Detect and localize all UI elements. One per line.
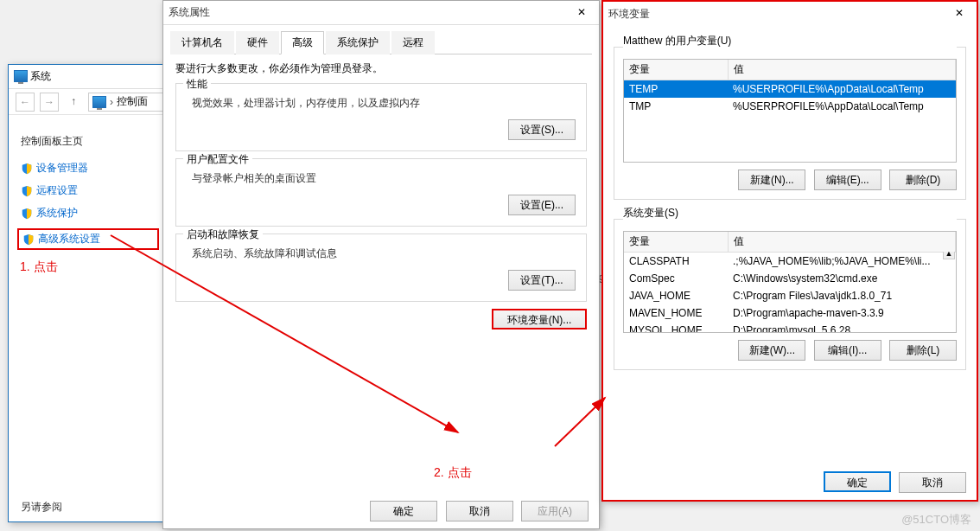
ev-footer: 确定 取消 xyxy=(818,471,966,493)
delete-user-button[interactable]: 删除(D) xyxy=(889,170,957,190)
new-user-button[interactable]: 新建(N)... xyxy=(738,170,805,190)
settings-t-button[interactable]: 设置(T)... xyxy=(508,270,576,291)
group-desc: 视觉效果，处理器计划，内存使用，以及虚拟内存 xyxy=(192,96,576,111)
cp-title: 系统 xyxy=(30,70,51,82)
col-var[interactable]: 变量 xyxy=(624,232,728,253)
nav-back-button[interactable]: ← xyxy=(16,93,35,112)
sys-vars-label: 系统变量(S) xyxy=(623,206,957,221)
group-desc: 系统启动、系统故障和调试信息 xyxy=(192,246,576,261)
sys-vars-section: 系统变量(S) ▲ 变量值 CLASSPATH.;%JAVA_HOME%\lib… xyxy=(614,219,966,370)
table-row[interactable]: TMP%USERPROFILE%\AppData\Local\Temp xyxy=(624,98,956,115)
col-val[interactable]: 值 xyxy=(728,60,956,80)
watermark: @51CTO博客 xyxy=(901,512,971,528)
delete-sys-button[interactable]: 删除(L) xyxy=(889,340,957,361)
shield-icon xyxy=(22,234,35,246)
tab-computer-name[interactable]: 计算机名 xyxy=(170,31,234,54)
annotation-1: 1. 点击 xyxy=(20,259,58,275)
sidebar-item-device-manager[interactable]: 设备管理器 xyxy=(21,161,159,176)
sp-footer: 确定 取消 应用(A) xyxy=(365,501,589,521)
group-desc: 与登录帐户相关的桌面设置 xyxy=(192,171,576,186)
env-vars-button[interactable]: 环境变量(N)... xyxy=(492,309,587,329)
col-val[interactable]: 值 xyxy=(728,232,956,253)
table-row[interactable]: ComSpecC:\Windows\system32\cmd.exe xyxy=(624,270,956,287)
edit-sys-button[interactable]: 编辑(I)... xyxy=(814,340,881,361)
sidebar-item-remote[interactable]: 远程设置 xyxy=(21,183,159,198)
sp-title: 系统属性 xyxy=(169,5,210,20)
sp-tabs: 计算机名 硬件 高级 系统保护 远程 xyxy=(170,30,592,54)
cancel-button[interactable]: 取消 xyxy=(899,472,966,493)
sidebar-item-advanced[interactable]: 高级系统设置 xyxy=(17,228,159,250)
close-icon[interactable]: ✕ xyxy=(570,4,594,22)
system-icon xyxy=(14,70,28,82)
group-performance: 性能 视觉效果，处理器计划，内存使用，以及虚拟内存 设置(S)... xyxy=(175,83,587,151)
table-row[interactable]: JAVA_HOMEC:\Program Files\Java\jdk1.8.0_… xyxy=(624,287,956,304)
sidebar: 控制面板主页 设备管理器 远程设置 系统保护 高级系统设置 xyxy=(21,134,159,258)
table-row[interactable]: CLASSPATH.;%JAVA_HOME%\lib;%JAVA_HOME%\l… xyxy=(624,253,956,271)
settings-e-button[interactable]: 设置(E)... xyxy=(508,195,576,215)
group-legend: 启动和故障恢复 xyxy=(183,227,263,242)
ok-button[interactable]: 确定 xyxy=(824,471,891,492)
nav-up-button[interactable]: ↑ xyxy=(64,93,83,112)
col-var[interactable]: 变量 xyxy=(624,60,728,80)
group-legend: 用户配置文件 xyxy=(183,152,252,167)
new-sys-button[interactable]: 新建(W)... xyxy=(738,340,805,361)
table-row[interactable]: TEMP%USERPROFILE%\AppData\Local\Temp xyxy=(624,80,956,99)
tab-advanced[interactable]: 高级 xyxy=(281,31,324,54)
system-properties-dialog: 系统属性 ✕ 计算机名 硬件 高级 系统保护 远程 要进行大多数更改，你必须作为… xyxy=(162,0,600,529)
ev-titlebar: 环境变量 ✕ xyxy=(603,2,977,26)
group-user-profile: 用户配置文件 与登录帐户相关的桌面设置 设置(E)... xyxy=(175,158,587,227)
shield-icon xyxy=(21,163,33,175)
addr-icon xyxy=(92,96,106,108)
ev-title: 环境变量 xyxy=(608,7,650,22)
apply-button[interactable]: 应用(A) xyxy=(521,501,589,521)
sp-intro: 要进行大多数更改，你必须作为管理员登录。 xyxy=(163,54,599,76)
group-startup: 启动和故障恢复 系统启动、系统故障和调试信息 设置(T)... xyxy=(175,234,587,302)
group-legend: 性能 xyxy=(183,77,211,92)
user-vars-section: Matthew 的用户变量(U) 变量值 TEMP%USERPROFILE%\A… xyxy=(614,47,966,200)
cancel-button[interactable]: 取消 xyxy=(446,501,513,521)
shield-icon xyxy=(21,208,33,220)
edit-user-button[interactable]: 编辑(E)... xyxy=(814,170,881,190)
env-vars-dialog: 环境变量 ✕ Matthew 的用户变量(U) 变量值 TEMP%USERPRO… xyxy=(601,0,978,502)
see-also-label: 另请参阅 xyxy=(21,500,62,515)
table-row[interactable]: MAVEN_HOMED:\Program\apache-maven-3.3.9 xyxy=(624,304,956,322)
tab-protection[interactable]: 系统保护 xyxy=(326,31,390,54)
sys-vars-table[interactable]: ▲ 变量值 CLASSPATH.;%JAVA_HOME%\lib;%JAVA_H… xyxy=(623,231,957,333)
ok-button[interactable]: 确定 xyxy=(370,501,437,521)
table-row[interactable]: MYSQL_HOMED:\Program\mysql_5.6.28 xyxy=(624,322,956,333)
close-icon[interactable]: ✕ xyxy=(947,5,971,22)
sidebar-item-protection[interactable]: 系统保护 xyxy=(21,206,159,221)
annotation-2: 2. 点击 xyxy=(434,465,472,481)
breadcrumb-text: 控制面 xyxy=(117,94,148,109)
tab-hardware[interactable]: 硬件 xyxy=(236,31,279,54)
user-vars-label: Matthew 的用户变量(U) xyxy=(623,34,957,48)
sp-titlebar: 系统属性 ✕ xyxy=(163,1,599,25)
shield-icon xyxy=(21,185,33,197)
settings-s-button[interactable]: 设置(S)... xyxy=(508,119,576,140)
sidebar-home[interactable]: 控制面板主页 xyxy=(21,134,159,149)
user-vars-table[interactable]: 变量值 TEMP%USERPROFILE%\AppData\Local\Temp… xyxy=(623,59,957,163)
tab-remote[interactable]: 远程 xyxy=(391,31,435,54)
nav-fwd-button[interactable]: → xyxy=(40,93,59,112)
